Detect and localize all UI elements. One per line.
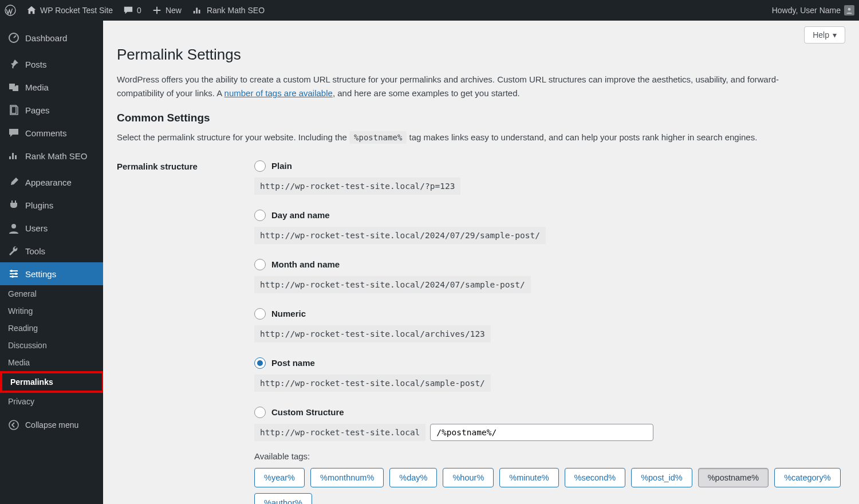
tag-second[interactable]: %second% (565, 468, 626, 487)
sidebar-label: Comments (25, 128, 67, 138)
site-name-label: WP Rocket Test Site (40, 6, 113, 15)
url-month-and-name: http://wp-rocket-test-site.local/2024/07… (254, 276, 531, 293)
comment-icon (123, 5, 133, 15)
tag-day[interactable]: %day% (389, 468, 437, 487)
custom-url-prefix: http://wp-rocket-test-site.local (254, 424, 425, 441)
admin-bar-greeting[interactable]: Howdy, User Name (772, 5, 854, 15)
svg-point-4 (10, 270, 13, 272)
url-day-and-name: http://wp-rocket-test-site.local/2024/07… (254, 227, 546, 244)
help-button[interactable]: Help ▾ (804, 26, 845, 44)
admin-bar: WP Rocket Test Site 0 New Rank Math SEO … (0, 0, 859, 21)
svg-point-7 (9, 420, 18, 430)
sidebar-item-appearance[interactable]: Appearance (0, 171, 103, 194)
tag-minute[interactable]: %minute% (499, 468, 558, 487)
sidebar-item-pages[interactable]: Pages (0, 99, 103, 121)
pin-icon (8, 58, 19, 70)
chart-icon (8, 150, 19, 162)
comment-count: 0 (137, 6, 141, 15)
radio-month-and-name[interactable] (254, 259, 266, 270)
media-icon (8, 81, 19, 93)
collapse-icon (8, 419, 19, 431)
sidebar-sub-discussion[interactable]: Discussion (0, 337, 103, 354)
url-plain: http://wp-rocket-test-site.local/?p=123 (254, 178, 460, 195)
sidebar-item-plugins[interactable]: Plugins (0, 194, 103, 216)
sidebar-item-rankmath[interactable]: Rank Math SEO (0, 144, 103, 167)
sidebar-item-posts[interactable]: Posts (0, 53, 103, 76)
radio-plain[interactable] (254, 160, 266, 172)
sidebar-collapse[interactable]: Collapse menu (0, 414, 103, 436)
available-tags-label: Available tags: (254, 451, 845, 461)
sidebar-item-settings[interactable]: Settings (0, 262, 103, 285)
sidebar-label: Users (25, 223, 48, 233)
sidebar-sub-reading[interactable]: Reading (0, 320, 103, 337)
sidebar-label: Posts (25, 60, 47, 69)
brush-icon (8, 176, 19, 188)
radio-numeric[interactable] (254, 308, 266, 320)
url-post-name: http://wp-rocket-test-site.local/sample-… (254, 375, 491, 392)
sidebar-label: Pages (25, 105, 50, 115)
radio-custom[interactable] (254, 407, 266, 418)
comment-icon (8, 127, 19, 139)
admin-bar-rankmath[interactable]: Rank Math SEO (192, 5, 265, 15)
tag-hour[interactable]: %hour% (443, 468, 494, 487)
common-settings-heading: Common Settings (117, 112, 845, 124)
tag-year[interactable]: %year% (254, 468, 305, 487)
option-plain: Plain http://wp-rocket-test-site.local/?… (254, 160, 845, 195)
sidebar-label: Settings (25, 269, 56, 279)
sidebar-sub-privacy[interactable]: Privacy (0, 393, 103, 410)
common-settings-desc: Select the permalink structure for your … (117, 131, 845, 144)
chevron-down-icon: ▾ (833, 30, 837, 40)
dashboard-icon (8, 32, 19, 44)
rankmath-label: Rank Math SEO (207, 6, 265, 15)
admin-bar-comments[interactable]: 0 (123, 5, 141, 15)
sidebar-sub-writing[interactable]: Writing (0, 302, 103, 320)
plug-icon (8, 199, 19, 211)
sidebar-item-tools[interactable]: Tools (0, 239, 103, 262)
url-numeric: http://wp-rocket-test-site.local/archive… (254, 325, 491, 342)
sidebar-item-comments[interactable]: Comments (0, 121, 103, 144)
radio-post-name[interactable] (254, 357, 266, 369)
option-custom: Custom Structure http://wp-rocket-test-s… (254, 407, 845, 505)
tag-author[interactable]: %author% (254, 493, 312, 505)
sidebar-item-dashboard[interactable]: Dashboard (0, 26, 103, 49)
content-area: Help ▾ Permalink Settings WordPress offe… (103, 21, 859, 504)
sidebar-item-media[interactable]: Media (0, 76, 103, 99)
sidebar-label: Rank Math SEO (25, 151, 87, 161)
home-icon (26, 5, 37, 15)
label-day-and-name[interactable]: Day and name (271, 210, 330, 220)
svg-point-1 (848, 8, 851, 11)
sidebar-sub-general[interactable]: General (0, 285, 103, 302)
sidebar-label: Appearance (25, 178, 72, 187)
label-plain[interactable]: Plain (271, 161, 292, 171)
wrench-icon (8, 245, 19, 257)
tag-row: %year% %monthnum% %day% %hour% %minute% … (254, 468, 845, 505)
option-numeric: Numeric http://wp-rocket-test-site.local… (254, 308, 845, 342)
admin-bar-wp-logo[interactable] (5, 5, 16, 16)
sidebar-item-users[interactable]: Users (0, 216, 103, 239)
sidebar-label: Plugins (25, 200, 53, 210)
sidebar-sub-media[interactable]: Media (0, 354, 103, 371)
intro-link[interactable]: number of tags are available (224, 88, 333, 98)
tag-post-id[interactable]: %post_id% (631, 468, 692, 487)
desc-after: tag makes links easy to understand, and … (407, 132, 757, 142)
admin-bar-site-name[interactable]: WP Rocket Test Site (26, 5, 113, 15)
greeting-label: Howdy, User Name (772, 6, 841, 15)
label-post-name[interactable]: Post name (271, 358, 315, 368)
wordpress-icon (5, 5, 16, 16)
user-icon (8, 222, 19, 234)
help-label: Help (813, 30, 829, 40)
sidebar-label: Media (25, 82, 49, 92)
desc-before: Select the permalink structure for your … (117, 132, 349, 142)
custom-structure-input[interactable] (430, 424, 653, 441)
radio-day-and-name[interactable] (254, 210, 266, 221)
tag-monthnum[interactable]: %monthnum% (310, 468, 384, 487)
label-numeric[interactable]: Numeric (271, 309, 306, 318)
tag-postname[interactable]: %postname% (698, 468, 769, 487)
sidebar-sub-permalinks[interactable]: Permalinks (0, 371, 103, 393)
label-custom[interactable]: Custom Structure (271, 407, 344, 417)
label-month-and-name[interactable]: Month and name (271, 259, 340, 269)
page-title: Permalink Settings (117, 46, 845, 64)
tag-category[interactable]: %category% (774, 468, 840, 487)
admin-bar-new[interactable]: New (152, 5, 182, 15)
intro-after: , and here are some examples to get you … (333, 88, 520, 98)
